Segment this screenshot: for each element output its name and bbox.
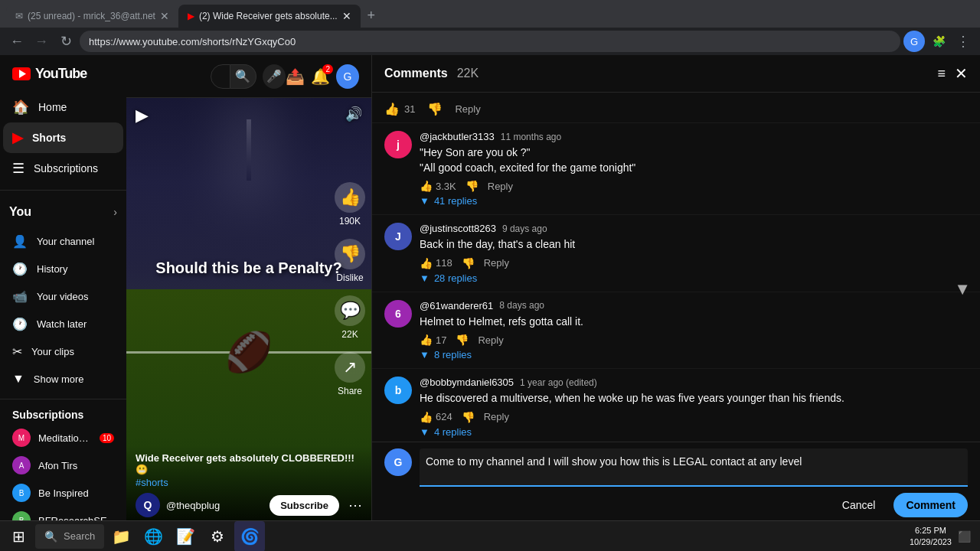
- dislike-jackbutler-button[interactable]: 👎: [466, 180, 479, 192]
- sidebar-item-watch-later[interactable]: 🕐 Watch later: [3, 310, 123, 337]
- dislike-bobby-button[interactable]: 👎: [462, 411, 475, 423]
- chevron-down-icon: ▼: [420, 195, 430, 207]
- like-count-wanderer: 17: [436, 334, 446, 346]
- account-avatar[interactable]: G: [336, 64, 359, 89]
- scroll-down-icon[interactable]: ▼: [954, 279, 971, 299]
- reply-wanderer-button[interactable]: Reply: [478, 334, 503, 346]
- start-button[interactable]: ⊞: [3, 521, 34, 552]
- sidebar-item-subscriptions[interactable]: ☰ Subscriptions: [3, 153, 123, 184]
- taskbar-icon-notepad[interactable]: 📝: [170, 521, 201, 552]
- address-bar[interactable]: https://www.youtube.com/shorts/rNzYGxqyC…: [80, 31, 900, 52]
- tab-active[interactable]: ▶ (2) Wide Receiver gets absolute... ✕: [178, 5, 361, 28]
- like-icon: 👍: [420, 411, 433, 423]
- like-jackbutler-button[interactable]: 👍 3.3K: [420, 180, 456, 192]
- video-hashtag: #shorts: [136, 477, 362, 488]
- sidebar-divider: [0, 190, 126, 191]
- taskbar-icon-edge[interactable]: 🌐: [138, 521, 168, 552]
- sub-item-afon[interactable]: A Afon Tirs: [3, 452, 123, 479]
- cancel-reply-button[interactable]: Cancel: [830, 493, 888, 517]
- channel-avatar: Q: [136, 493, 160, 517]
- sidebar-logo[interactable]: YouTube: [0, 55, 126, 92]
- comment-action[interactable]: 💬 22K: [335, 295, 365, 340]
- subscribe-button[interactable]: Subscribe: [270, 495, 339, 516]
- replies-toggle-wanderer[interactable]: ▼ 8 replies: [420, 349, 968, 360]
- dislike-icon: 👎: [466, 180, 479, 192]
- sidebar-item-history[interactable]: 🕐 History: [3, 255, 123, 282]
- notifications-button[interactable]: 🔔 2: [311, 67, 330, 86]
- taskbar-clock: 6:25 PM 10/29/2023: [910, 525, 952, 547]
- share-action[interactable]: ↗ Share: [335, 352, 365, 396]
- chevron-down-icon: ▼: [420, 349, 430, 360]
- dislike-justinscott-button[interactable]: 👎: [462, 257, 475, 269]
- top-reply-button[interactable]: Reply: [455, 103, 480, 115]
- show-more-button[interactable]: ▼ Show more: [3, 365, 123, 393]
- dislike-wanderer-button[interactable]: 👎: [456, 334, 469, 346]
- like-justinscott-button[interactable]: 👍 118: [420, 257, 452, 269]
- browser-profile[interactable]: G: [903, 31, 925, 52]
- youtube-logo-text: YouTube: [35, 66, 87, 82]
- sub-avatar-meditation: M: [12, 429, 31, 447]
- video-more-options-icon[interactable]: ⋯: [348, 497, 362, 514]
- video-bottom-info: Wide Receiver gets absolutely CLOBBERED!…: [126, 446, 371, 523]
- taskbar-icon-settings[interactable]: ⚙: [202, 521, 233, 552]
- sub-item-be-inspired[interactable]: B Be Inspired: [3, 479, 123, 507]
- sub-item-meditation[interactable]: M Meditation and ... 10: [3, 424, 123, 452]
- sidebar-item-home[interactable]: 🏠 Home: [3, 92, 123, 122]
- mic-button[interactable]: 🎤: [263, 64, 286, 89]
- tab1-close[interactable]: ✕: [160, 10, 169, 22]
- sidebar-item-shorts[interactable]: ▶ Shorts: [3, 122, 123, 153]
- video-player-container[interactable]: 🏈 ▶ 🔊 Should this be a Penalty? 👍 190K 👎: [126, 98, 371, 523]
- search-taskbar-button[interactable]: 🔍 Search: [35, 524, 104, 549]
- avatar-wanderer: 6: [384, 300, 412, 328]
- reply-justinscott-button[interactable]: Reply: [484, 257, 509, 269]
- sidebar-item-your-clips[interactable]: ✂ Your clips: [3, 337, 123, 365]
- sidebar-item-your-channel[interactable]: 👤 Your channel: [3, 227, 123, 255]
- reply-jackbutler-button[interactable]: Reply: [488, 181, 513, 192]
- dislike-label: Dislike: [336, 272, 363, 283]
- like-bobby-button[interactable]: 👍 624: [420, 411, 452, 423]
- tab-inactive[interactable]: ✉ (25 unread) - mrick_36@att.net ✕: [6, 5, 178, 28]
- upload-button[interactable]: 📤: [286, 67, 305, 86]
- reply-input-text[interactable]: Come to my channel and I will show you h…: [426, 455, 802, 468]
- reload-button[interactable]: ↻: [55, 31, 77, 52]
- post-comment-button[interactable]: Comment: [893, 493, 968, 517]
- comment-count: 22K: [341, 329, 358, 340]
- sidebar: YouTube 🏠 Home ▶ Shorts ☰ Subscriptions …: [0, 55, 126, 523]
- new-tab-button[interactable]: +: [361, 5, 382, 26]
- replies-toggle-bobby[interactable]: ▼ 4 replies: [420, 426, 968, 438]
- like-action[interactable]: 👍 190K: [335, 182, 365, 227]
- play-pause-button[interactable]: ▶: [136, 106, 149, 126]
- share-label: Share: [338, 386, 362, 396]
- you-section-header[interactable]: You ›: [0, 197, 126, 227]
- top-like-button[interactable]: 👍 31: [384, 102, 415, 116]
- taskbar-icon-folder[interactable]: 📁: [106, 521, 136, 552]
- dislike-action[interactable]: 👎 Dislike: [335, 239, 365, 283]
- notification-area-icon[interactable]: ⬛: [958, 530, 971, 543]
- show-more-icon: ▼: [12, 372, 24, 386]
- forward-button[interactable]: →: [31, 31, 52, 52]
- reply-bobby-button[interactable]: Reply: [484, 411, 509, 422]
- top-like-count: 31: [404, 103, 415, 115]
- sort-comments-icon[interactable]: ≡: [937, 66, 946, 82]
- back-button[interactable]: ←: [6, 31, 28, 52]
- sidebar-item-your-videos[interactable]: 📹 Your videos: [3, 282, 123, 310]
- watch-later-label: Watch later: [37, 318, 87, 330]
- replies-toggle-justinscott[interactable]: ▼ 28 replies: [420, 272, 968, 284]
- comments-title: Comments: [384, 67, 448, 80]
- close-comments-icon[interactable]: ✕: [955, 64, 968, 83]
- comment-text-jackbutler: "Hey Son are you ok ?" "All good coach, …: [420, 145, 968, 175]
- comment-item: 6 @61wanderer61 8 days ago Helmet to Hel…: [372, 292, 980, 370]
- top-dislike-button[interactable]: 👎: [427, 102, 443, 116]
- like-wanderer-button[interactable]: 👍 17: [420, 334, 446, 346]
- your-videos-icon: 📹: [12, 289, 28, 304]
- tab2-close[interactable]: ✕: [342, 10, 351, 22]
- home-icon: 🏠: [12, 99, 29, 116]
- browser-menu[interactable]: ⋮: [952, 31, 974, 52]
- dislike-icon: 👎: [462, 411, 475, 423]
- search-button[interactable]: 🔍: [230, 64, 256, 89]
- replies-toggle-jackbutler[interactable]: ▼ 41 replies: [420, 195, 968, 207]
- search-bar[interactable]: [211, 64, 230, 89]
- extensions-btn[interactable]: 🧩: [928, 31, 949, 52]
- taskbar-icon-chrome[interactable]: 🌀: [234, 521, 265, 552]
- volume-button[interactable]: 🔊: [345, 106, 362, 126]
